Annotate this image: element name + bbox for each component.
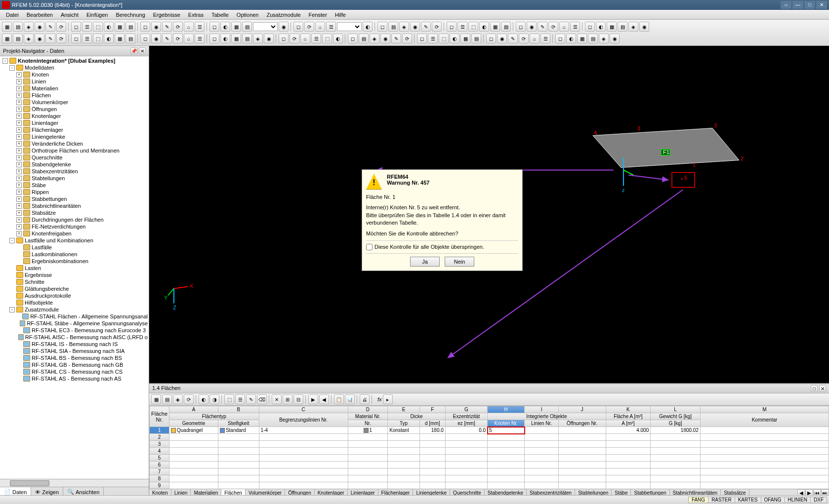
tree-item[interactable]: +Volumenkörper [1,99,148,106]
toolbar-button[interactable]: ▤ [388,22,398,32]
tree-item[interactable]: Hilfsobjekte [1,299,148,306]
col-letter[interactable]: E [388,406,419,413]
toolbar-button[interactable]: ☰ [195,34,205,43]
col-d[interactable]: d [mm] [419,420,445,427]
toolbar-button[interactable]: ◻ [348,34,358,43]
toolbar-button[interactable]: ▤ [501,22,511,32]
data-table[interactable]: Fläche Nr. A B C D E F G H I J K [149,406,829,489]
col-letter[interactable]: I [525,406,558,413]
table-toolbar-button[interactable]: ⊞ [283,394,292,404]
toolbar-button[interactable]: ✎ [538,22,547,32]
menu-tabelle[interactable]: Tabelle [207,11,233,19]
status-raster[interactable]: RASTER [708,497,735,503]
col-letter[interactable]: C [259,406,348,413]
col-geometrie[interactable]: Geometrie [169,420,218,427]
toolbar-button[interactable]: ▤ [242,34,252,43]
toolbar-button[interactable]: ▤ [13,22,23,32]
menu-hilfe[interactable]: Hilfe [331,11,350,19]
toolbar-button[interactable]: ◈ [24,22,34,32]
toolbar-button[interactable]: ◐ [450,34,459,43]
toolbar-button[interactable]: ▦ [577,34,587,43]
table-toolbar-button[interactable]: 📋 [334,394,344,404]
tree-item[interactable]: +Durchdringungen der Flächen [1,216,148,223]
col-ez[interactable]: ez [mm] [445,420,487,427]
status-ofang[interactable]: OFANG [761,497,785,503]
fx-button[interactable]: ▸ [383,394,393,404]
table-toolbar-button[interactable]: ▤ [162,394,172,404]
tree-item[interactable]: Lastfälle [1,244,148,251]
toolbar-button[interactable]: ✎ [421,22,431,32]
toolbar-button[interactable]: ⌂ [530,34,539,43]
toolbar-button[interactable]: ⌂ [559,22,569,32]
tree-item[interactable]: RF-STAHL GB - Bemessung nach GB [1,361,148,368]
toolbar-button[interactable]: ◉ [35,22,44,32]
tree-item[interactable]: +Querschnitte [1,154,148,161]
toolbar-button[interactable]: ▤ [125,22,135,32]
toolbar-button[interactable]: ▤ [359,34,369,43]
toolbar-button[interactable]: ◻ [71,34,81,43]
tree-item[interactable]: Ergebnisse [1,271,148,278]
status-kartes[interactable]: KARTES [735,497,761,503]
toolbar-button[interactable]: ◐ [479,22,489,32]
minimize-button[interactable]: — [792,1,803,9]
table-toolbar-button[interactable]: ⟳ [184,394,194,404]
toolbar-button[interactable]: ☰ [540,34,550,43]
toolbar-button[interactable]: ◈ [24,34,34,43]
col-letter[interactable]: K [606,406,651,413]
table-toolbar-button[interactable]: 🖨 [360,394,370,404]
col-linien[interactable]: Linien Nr. [525,420,558,427]
toolbar-button[interactable]: ◐ [363,22,373,32]
tree-item[interactable]: RF-STAHL BS - Bemessung nach BS [1,354,148,361]
toolbar-button[interactable]: ⟳ [56,34,66,43]
toolbar-button[interactable]: ◻ [279,34,289,43]
toolbar-button[interactable]: ◈ [628,22,638,32]
tree-item[interactable]: RF-STAHL CS - Bemessung nach CS [1,368,148,375]
col-kommentar[interactable]: Kommentar [701,413,829,427]
tree-item[interactable]: +Stabsätze [1,209,148,216]
toolbar-button[interactable]: ✎ [162,22,172,32]
tree-item[interactable]: Lasten [1,265,148,271]
toolbar-button[interactable]: ▦ [231,22,241,32]
toolbar-button[interactable]: ◐ [220,22,230,32]
toolbar-button[interactable]: ◉ [527,22,537,32]
toolbar-button[interactable]: ◉ [610,34,620,43]
toolbar-button[interactable]: ▦ [607,22,617,32]
toolbar-combo[interactable] [253,22,278,31]
maximize-button[interactable]: □ [804,1,815,9]
toolbar-button[interactable]: ⌂ [184,34,194,43]
toolbar-button[interactable]: ▦ [231,34,241,43]
tree-item[interactable]: +Stabendgelenke [1,161,148,168]
toolbar-button[interactable]: ◻ [585,22,595,32]
toolbar-button[interactable]: ☰ [82,34,92,43]
col-integrierte[interactable]: Integrierte Objekte [488,413,606,420]
tree-item[interactable]: +Knoten [1,71,148,78]
col-exz[interactable]: Exzentrizität [445,413,487,420]
toolbar-button[interactable]: ▤ [242,22,252,32]
toolbar-button[interactable]: ◻ [209,22,219,32]
toolbar-button[interactable]: ◻ [447,22,456,32]
toolbar-button[interactable]: ✎ [162,34,172,43]
table-row[interactable]: 9 [150,482,829,489]
table-toolbar-button[interactable]: ◑ [209,394,219,404]
pin-icon[interactable]: 📌 [130,47,137,54]
toolbar-button[interactable]: ◉ [410,22,420,32]
tree-item[interactable]: +Stabbettungen [1,195,148,202]
col-letter[interactable]: B [218,406,259,413]
tree-item[interactable]: +Knotenfreigaben [1,230,148,237]
col-steifigkeit[interactable]: Steifigkeit [218,420,259,427]
navigator-tree[interactable]: -Knotenintegration* [Dlubal Examples]-Mo… [0,56,149,479]
table-toolbar-button[interactable]: ⬚ [224,394,234,404]
col-flaeche[interactable]: Fläche A [m²] [606,413,651,420]
col-letter[interactable]: M [701,406,829,413]
tree-item[interactable]: RF-STAHL Stäbe - Allgemeine Spannungsana… [1,320,148,327]
toolbar-button[interactable]: ▦ [115,34,124,43]
toolbar-button[interactable]: ⬚ [93,34,103,43]
toolbar-button[interactable]: ◉ [151,22,161,32]
status-hlinien[interactable]: HLINIEN [785,497,811,503]
tree-item[interactable]: RF-STAHL SIA - Bemessung nach SIA [1,348,148,354]
tree-item[interactable]: RF-STAHL AISC - Bemessung nach AISC (LRF… [1,334,148,341]
tree-item[interactable]: +Stabteilungen [1,175,148,182]
toolbar-button[interactable]: ◉ [264,34,274,43]
toolbar-button[interactable]: ☰ [311,34,321,43]
toolbar-button[interactable]: ☰ [326,22,336,32]
